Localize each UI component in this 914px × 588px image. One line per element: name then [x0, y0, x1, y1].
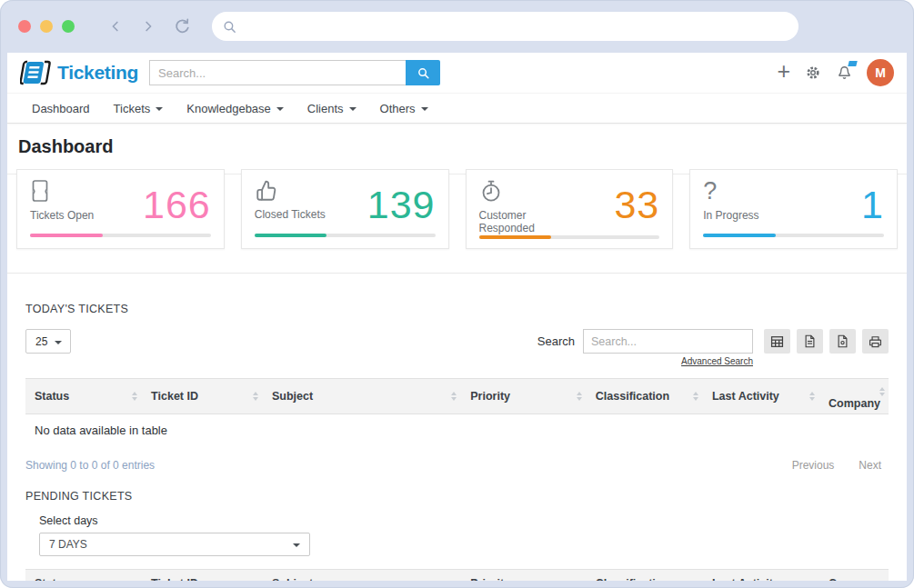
minimize-button[interactable] — [40, 20, 53, 33]
nav-item-dashboard[interactable]: Dashboard — [21, 102, 102, 115]
column-label: Classification — [596, 577, 669, 581]
column-header-classification: Classification — [587, 570, 703, 582]
search-label: Search — [537, 334, 575, 348]
ticketing-logo-icon — [20, 59, 53, 86]
export-pdf-button[interactable] — [829, 329, 856, 354]
chevron-down-icon — [276, 107, 284, 111]
table-header-row: Status Ticket ID Subject Priority Classi… — [25, 379, 889, 414]
chevron-down-icon — [156, 107, 163, 111]
card-tickets-open[interactable]: Tickets Open 166 — [16, 169, 225, 249]
plus-icon[interactable]: + — [777, 60, 790, 83]
column-label: Subject — [272, 390, 313, 403]
column-header-priority: Priority — [461, 570, 587, 582]
notifications[interactable] — [836, 62, 853, 85]
table-header-row: Status Ticket ID Subject Priority Classi… — [25, 570, 889, 582]
table-controls: 25 Search Advanced Search — [25, 329, 889, 366]
nav-label: Clients — [307, 102, 344, 115]
file-icon — [804, 334, 816, 348]
brand-name: Ticketing — [57, 62, 138, 84]
progress-track — [30, 234, 211, 237]
close-button[interactable] — [18, 20, 31, 33]
table-icon — [770, 335, 784, 348]
empty-message: No data available in table — [25, 414, 889, 450]
sort-icon — [132, 392, 137, 401]
card-body: ? In Progress 1 — [703, 179, 884, 234]
nav-item-others[interactable]: Others — [368, 102, 440, 115]
card-label: Customer Responded — [479, 209, 575, 235]
column-header-status: Status — [25, 570, 142, 582]
nav-label: Dashboard — [32, 102, 90, 115]
sort-icon — [693, 392, 698, 401]
advanced-search-link[interactable]: Advanced Search — [681, 356, 753, 366]
column-header-last-activity[interactable]: Last Activity — [703, 379, 819, 414]
column-header-ticket-id: Ticket ID — [142, 570, 263, 582]
table-footer: Showing 0 to 0 of 0 entries Previous Nex… — [25, 459, 889, 472]
card-value: 1 — [861, 185, 884, 224]
forward-icon[interactable] — [140, 18, 156, 35]
header-search-button[interactable] — [406, 60, 440, 85]
browser-chrome — [0, 0, 914, 53]
column-header-last-activity: Last Activity — [703, 570, 819, 582]
nav-item-tickets[interactable]: Tickets — [102, 102, 176, 115]
page-title: Dashboard — [7, 136, 907, 157]
column-header-priority[interactable]: Priority — [461, 379, 587, 414]
progress-fill — [479, 235, 552, 239]
card-closed-tickets[interactable]: Closed Tickets 139 — [241, 169, 449, 249]
ticket-icon — [30, 179, 50, 204]
export-buttons — [764, 329, 889, 354]
brand[interactable]: Ticketing — [20, 59, 138, 86]
back-icon[interactable] — [107, 18, 124, 35]
traffic-lights — [18, 20, 75, 33]
column-header-ticket-id[interactable]: Ticket ID — [142, 379, 263, 414]
chrome-nav-buttons — [107, 17, 192, 36]
section-title: TODAY'S TICKETS — [25, 303, 889, 315]
card-value: 139 — [367, 185, 436, 224]
table-search: Search Advanced Search — [537, 329, 889, 366]
copy-table-button[interactable] — [764, 329, 790, 354]
column-label: Status — [35, 390, 69, 403]
progress-fill — [255, 234, 327, 237]
pending-tickets-table: Status Ticket ID Subject Priority Classi… — [25, 569, 889, 581]
page-size-select[interactable]: 25 — [25, 329, 71, 354]
print-button[interactable] — [862, 329, 889, 354]
card-label: Tickets Open — [30, 209, 94, 222]
page-size-value: 25 — [35, 335, 47, 348]
column-header-status[interactable]: Status — [25, 379, 142, 414]
zoom-button[interactable] — [62, 20, 75, 33]
column-label: Classification — [596, 390, 669, 403]
header-search-input[interactable] — [149, 60, 406, 85]
chevron-down-icon — [349, 107, 357, 111]
gear-icon[interactable] — [804, 64, 822, 82]
section-title: PENDING TICKETS — [25, 490, 889, 503]
card-customer-responded[interactable]: Customer Responded 33 — [466, 169, 674, 249]
browser-window: Ticketing + M Dashboard Tickets — [0, 0, 914, 588]
url-bar[interactable] — [212, 12, 798, 41]
export-excel-button[interactable] — [797, 329, 823, 354]
select-days-label: Select days — [25, 514, 889, 527]
card-in-progress[interactable]: ? In Progress 1 — [689, 169, 898, 249]
sort-icon — [451, 392, 457, 401]
stopwatch-icon — [479, 179, 503, 204]
question-icon: ? — [703, 179, 758, 204]
column-header-classification[interactable]: Classification — [587, 379, 703, 414]
nav-item-knowledgebase[interactable]: Knowledgebase — [175, 102, 296, 115]
card-value: 33 — [614, 185, 659, 224]
avatar[interactable]: M — [867, 59, 894, 86]
pagination: Previous Next — [792, 459, 889, 472]
reload-icon[interactable] — [173, 17, 192, 36]
days-select-value: 7 DAYS — [49, 538, 87, 551]
sort-icon — [577, 392, 582, 401]
column-label: Status — [35, 577, 69, 581]
column-header-subject[interactable]: Subject — [263, 379, 461, 414]
sort-icon — [253, 392, 258, 401]
next-button[interactable]: Next — [859, 459, 881, 472]
todays-tickets-section: TODAY'S TICKETS 25 Search Advanced Searc… — [7, 274, 907, 581]
table-search-input[interactable] — [583, 329, 753, 354]
chevron-down-icon — [55, 341, 62, 344]
days-select[interactable]: 7 DAYS — [39, 533, 310, 556]
column-header-company: Company — [819, 570, 889, 582]
previous-button[interactable]: Previous — [792, 459, 835, 472]
nav-item-clients[interactable]: Clients — [296, 102, 368, 115]
column-header-company[interactable]: Company — [819, 379, 889, 414]
app-content: Ticketing + M Dashboard Tickets — [7, 53, 907, 581]
